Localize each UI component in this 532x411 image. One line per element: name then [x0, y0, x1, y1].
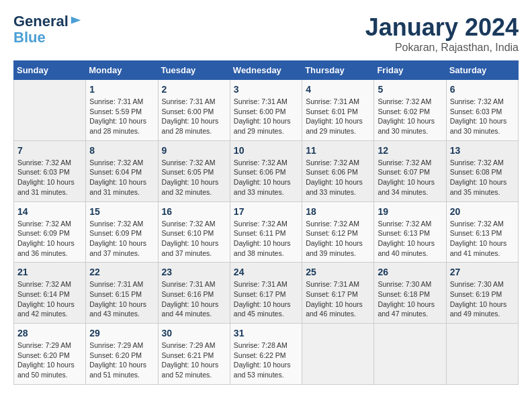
calendar-cell: 2Sunrise: 7:31 AMSunset: 6:00 PMDaylight… — [158, 80, 230, 141]
day-number: 5 — [378, 84, 442, 95]
day-info: Sunrise: 7:31 AMSunset: 5:59 PMDaylight:… — [89, 97, 154, 136]
day-info: Sunrise: 7:31 AMSunset: 6:01 PMDaylight:… — [306, 97, 370, 136]
logo-text-general: General — [13, 13, 69, 30]
day-info: Sunrise: 7:32 AMSunset: 6:12 PMDaylight:… — [306, 219, 370, 259]
day-info: Sunrise: 7:31 AMSunset: 6:17 PMDaylight:… — [306, 279, 370, 319]
day-info: Sunrise: 7:32 AMSunset: 6:14 PMDaylight:… — [17, 279, 82, 319]
day-info: Sunrise: 7:31 AMSunset: 6:17 PMDaylight:… — [234, 279, 298, 319]
day-info: Sunrise: 7:31 AMSunset: 6:00 PMDaylight:… — [234, 97, 298, 136]
calendar-cell: 8Sunrise: 7:32 AMSunset: 6:04 PMDaylight… — [86, 140, 158, 201]
day-number: 26 — [378, 267, 442, 277]
day-number: 29 — [89, 328, 154, 338]
day-number: 21 — [17, 267, 82, 277]
day-number: 20 — [450, 206, 515, 217]
calendar-cell: 14Sunrise: 7:32 AMSunset: 6:09 PMDayligh… — [14, 201, 86, 263]
calendar-cell: 4Sunrise: 7:31 AMSunset: 6:01 PMDaylight… — [302, 80, 374, 141]
calendar-cell: 15Sunrise: 7:32 AMSunset: 6:09 PMDayligh… — [86, 201, 158, 263]
day-number: 11 — [306, 145, 370, 156]
calendar-cell: 10Sunrise: 7:32 AMSunset: 6:06 PMDayligh… — [230, 140, 302, 201]
day-number: 24 — [234, 267, 298, 277]
calendar-cell: 28Sunrise: 7:29 AMSunset: 6:20 PMDayligh… — [14, 324, 86, 385]
day-info: Sunrise: 7:30 AMSunset: 6:19 PMDaylight:… — [450, 279, 515, 319]
day-info: Sunrise: 7:32 AMSunset: 6:09 PMDaylight:… — [89, 219, 154, 259]
calendar-cell: 27Sunrise: 7:30 AMSunset: 6:19 PMDayligh… — [446, 263, 518, 324]
calendar-table: SundayMondayTuesdayWednesdayThursdayFrid… — [13, 60, 519, 385]
weekday-header-friday: Friday — [374, 61, 446, 80]
calendar-cell: 16Sunrise: 7:32 AMSunset: 6:10 PMDayligh… — [158, 201, 230, 263]
logo-flag-icon — [70, 15, 82, 28]
day-info: Sunrise: 7:32 AMSunset: 6:06 PMDaylight:… — [306, 158, 370, 197]
logo: General Blue — [13, 13, 82, 46]
calendar-cell: 5Sunrise: 7:32 AMSunset: 6:02 PMDaylight… — [374, 80, 446, 141]
calendar-cell: 29Sunrise: 7:29 AMSunset: 6:20 PMDayligh… — [86, 324, 158, 385]
calendar-cell: 26Sunrise: 7:30 AMSunset: 6:18 PMDayligh… — [374, 263, 446, 324]
calendar-week-row: 1Sunrise: 7:31 AMSunset: 5:59 PMDaylight… — [14, 80, 519, 141]
day-info: Sunrise: 7:30 AMSunset: 6:18 PMDaylight:… — [378, 279, 442, 319]
day-info: Sunrise: 7:32 AMSunset: 6:08 PMDaylight:… — [450, 158, 515, 197]
page-header: General Blue January 2024 Pokaran, Rajas… — [13, 13, 519, 54]
day-info: Sunrise: 7:32 AMSunset: 6:07 PMDaylight:… — [378, 158, 442, 197]
day-number: 4 — [306, 84, 370, 95]
calendar-week-row: 14Sunrise: 7:32 AMSunset: 6:09 PMDayligh… — [14, 201, 519, 263]
day-number: 25 — [306, 267, 370, 277]
calendar-cell — [374, 324, 446, 385]
day-info: Sunrise: 7:29 AMSunset: 6:20 PMDaylight:… — [17, 340, 82, 380]
calendar-cell: 19Sunrise: 7:32 AMSunset: 6:13 PMDayligh… — [374, 201, 446, 263]
calendar-week-row: 28Sunrise: 7:29 AMSunset: 6:20 PMDayligh… — [14, 324, 519, 385]
day-info: Sunrise: 7:32 AMSunset: 6:10 PMDaylight:… — [162, 219, 226, 259]
day-info: Sunrise: 7:32 AMSunset: 6:05 PMDaylight:… — [162, 158, 226, 197]
day-info: Sunrise: 7:32 AMSunset: 6:04 PMDaylight:… — [89, 158, 154, 197]
day-number: 3 — [234, 84, 298, 95]
day-number: 7 — [17, 145, 82, 156]
weekday-header-wednesday: Wednesday — [230, 61, 302, 80]
calendar-cell — [14, 80, 86, 141]
calendar-week-row: 7Sunrise: 7:32 AMSunset: 6:03 PMDaylight… — [14, 140, 519, 201]
day-info: Sunrise: 7:29 AMSunset: 6:21 PMDaylight:… — [162, 340, 226, 380]
day-info: Sunrise: 7:28 AMSunset: 6:22 PMDaylight:… — [234, 340, 298, 380]
weekday-header-sunday: Sunday — [14, 61, 86, 80]
day-number: 8 — [89, 145, 154, 156]
day-info: Sunrise: 7:32 AMSunset: 6:06 PMDaylight:… — [234, 158, 298, 197]
calendar-cell: 7Sunrise: 7:32 AMSunset: 6:03 PMDaylight… — [14, 140, 86, 201]
calendar-cell: 23Sunrise: 7:31 AMSunset: 6:16 PMDayligh… — [158, 263, 230, 324]
day-number: 2 — [162, 84, 226, 95]
day-info: Sunrise: 7:31 AMSunset: 6:16 PMDaylight:… — [162, 279, 226, 319]
calendar-cell: 18Sunrise: 7:32 AMSunset: 6:12 PMDayligh… — [302, 201, 374, 263]
calendar-cell: 30Sunrise: 7:29 AMSunset: 6:21 PMDayligh… — [158, 324, 230, 385]
weekday-header-saturday: Saturday — [446, 61, 518, 80]
calendar-cell: 13Sunrise: 7:32 AMSunset: 6:08 PMDayligh… — [446, 140, 518, 201]
day-info: Sunrise: 7:31 AMSunset: 6:00 PMDaylight:… — [162, 97, 226, 136]
logo-text-blue: Blue — [13, 30, 46, 46]
weekday-header-row: SundayMondayTuesdayWednesdayThursdayFrid… — [14, 61, 519, 80]
day-number: 15 — [89, 206, 154, 217]
day-number: 16 — [162, 206, 226, 217]
day-number: 9 — [162, 145, 226, 156]
day-info: Sunrise: 7:31 AMSunset: 6:15 PMDaylight:… — [89, 279, 154, 319]
location-subtitle: Pokaran, Rajasthan, India — [365, 42, 519, 54]
calendar-cell: 21Sunrise: 7:32 AMSunset: 6:14 PMDayligh… — [14, 263, 86, 324]
day-info: Sunrise: 7:32 AMSunset: 6:03 PMDaylight:… — [450, 97, 515, 136]
day-number: 6 — [450, 84, 515, 95]
weekday-header-tuesday: Tuesday — [158, 61, 230, 80]
day-number: 27 — [450, 267, 515, 277]
day-number: 13 — [450, 145, 515, 156]
day-info: Sunrise: 7:32 AMSunset: 6:13 PMDaylight:… — [378, 219, 442, 259]
calendar-cell: 17Sunrise: 7:32 AMSunset: 6:11 PMDayligh… — [230, 201, 302, 263]
calendar-cell: 3Sunrise: 7:31 AMSunset: 6:00 PMDaylight… — [230, 80, 302, 141]
day-number: 10 — [234, 145, 298, 156]
day-info: Sunrise: 7:32 AMSunset: 6:13 PMDaylight:… — [450, 219, 515, 259]
day-number: 1 — [89, 84, 154, 95]
day-number: 31 — [234, 328, 298, 338]
calendar-cell: 11Sunrise: 7:32 AMSunset: 6:06 PMDayligh… — [302, 140, 374, 201]
calendar-cell: 12Sunrise: 7:32 AMSunset: 6:07 PMDayligh… — [374, 140, 446, 201]
day-number: 23 — [162, 267, 226, 277]
weekday-header-monday: Monday — [86, 61, 158, 80]
day-number: 17 — [234, 206, 298, 217]
day-number: 14 — [17, 206, 82, 217]
day-info: Sunrise: 7:32 AMSunset: 6:03 PMDaylight:… — [17, 158, 82, 197]
day-number: 30 — [162, 328, 226, 338]
title-section: January 2024 Pokaran, Rajasthan, India — [365, 13, 519, 54]
month-year-title: January 2024 — [365, 13, 519, 42]
calendar-cell: 22Sunrise: 7:31 AMSunset: 6:15 PMDayligh… — [86, 263, 158, 324]
svg-marker-0 — [71, 17, 81, 24]
